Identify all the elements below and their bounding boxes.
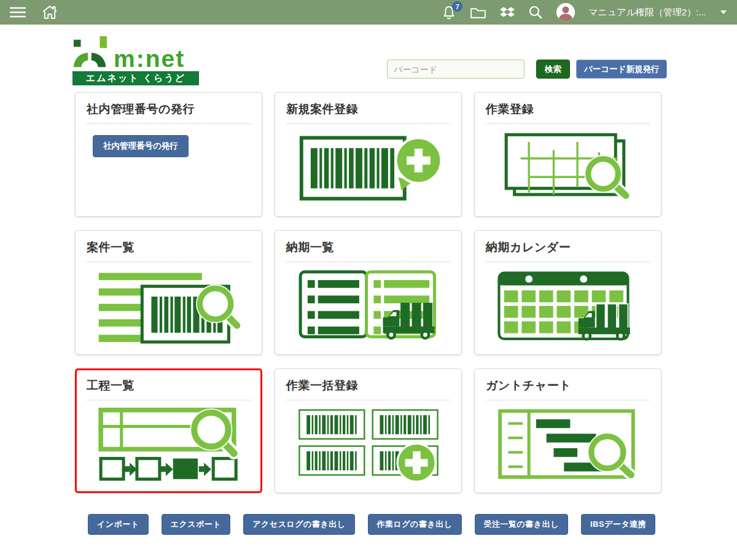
work-log-export-button[interactable]: 作業ログの書き出し: [368, 514, 462, 535]
magnifier-icon: [194, 413, 234, 453]
card-process-list[interactable]: 工程一覧: [75, 368, 262, 493]
card-title: 作業一括登録: [286, 378, 450, 400]
internal-number-issue-button[interactable]: 社内管理番号の発行: [93, 135, 189, 157]
notifications-bell-icon[interactable]: 7: [442, 5, 456, 20]
card-title: 納期一覧: [286, 239, 450, 262]
barcode-search-input[interactable]: [387, 60, 524, 79]
barcode-plus-icon: [286, 130, 450, 207]
logo-wordmark: m:net: [114, 49, 185, 69]
card-title: ガントチャート: [486, 378, 650, 400]
card-work-batch-register[interactable]: 作業一括登録: [275, 368, 462, 493]
barcodes-plus-icon: [286, 406, 450, 483]
user-account-label[interactable]: マニュアル権限（管理2）:...: [588, 7, 706, 18]
process-flow-magnifier-icon: [87, 406, 251, 483]
card-title: 案件一覧: [87, 239, 251, 262]
gantt-magnifier-icon: [486, 406, 650, 483]
topbar: 7 マニュ: [0, 0, 737, 25]
mnet-logo-mark: [72, 36, 108, 69]
dropbox-icon[interactable]: [500, 7, 515, 18]
card-title: 納期カレンダー: [486, 239, 650, 262]
calendar-truck-icon: [486, 268, 650, 345]
export-button[interactable]: エクスポート: [162, 514, 231, 535]
search-icon[interactable]: [528, 5, 543, 20]
card-case-list[interactable]: 案件一覧: [75, 230, 262, 355]
card-gantt-chart[interactable]: ガントチャート: [474, 368, 661, 493]
hamburger-menu-icon[interactable]: [10, 6, 26, 18]
search-button[interactable]: 検索: [536, 60, 570, 79]
card-work-register[interactable]: 作業登録: [474, 92, 661, 217]
card-delivery-list[interactable]: 納期一覧: [275, 230, 462, 355]
access-log-export-button[interactable]: アクセスログの書き出し: [243, 514, 354, 535]
logo-tagline: エムネット くらうど: [72, 71, 199, 85]
sheets-magnifier-icon: [486, 130, 650, 207]
folder-icon[interactable]: [470, 6, 486, 19]
card-title: 社内管理番号の発行: [87, 101, 251, 124]
card-title: 新規案件登録: [286, 101, 450, 124]
caret-down-icon[interactable]: [720, 10, 727, 15]
magnifier-icon: [200, 289, 236, 325]
card-title: 作業登録: [486, 101, 650, 124]
menu-card-grid: 社内管理番号の発行 社内管理番号の発行 新規案件登録: [75, 92, 661, 493]
order-list-export-button[interactable]: 受注一覧の書き出し: [475, 514, 568, 535]
avatar[interactable]: [556, 3, 575, 21]
card-new-case-register[interactable]: 新規案件登録: [275, 92, 462, 217]
home-icon[interactable]: [42, 5, 58, 20]
notification-count-badge: 7: [452, 1, 462, 12]
import-button[interactable]: インポート: [88, 514, 149, 535]
card-delivery-calendar[interactable]: 納期カレンダー: [474, 230, 661, 355]
list-truck-icon: [286, 268, 450, 345]
new-barcode-button[interactable]: バーコード新規発行: [576, 60, 667, 79]
list-barcode-magnifier-icon: [87, 268, 251, 345]
card-title: 工程一覧: [87, 378, 251, 400]
footer-actions: インポート エクスポート アクセスログの書き出し 作業ログの書き出し 受注一覧の…: [88, 514, 655, 535]
card-internal-number-issue[interactable]: 社内管理番号の発行 社内管理番号の発行: [75, 92, 262, 217]
app-logo[interactable]: m:net エムネット くらうど: [72, 34, 199, 85]
ibs-data-link-button[interactable]: IBSデータ連携: [581, 514, 655, 535]
